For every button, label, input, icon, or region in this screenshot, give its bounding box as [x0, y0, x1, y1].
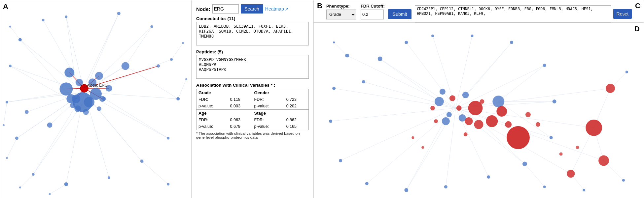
- assoc-footnote: * The association with clinical variable…: [196, 131, 309, 139]
- search-button[interactable]: Search: [241, 4, 263, 14]
- reset-button[interactable]: Reset: [613, 9, 632, 19]
- svg-point-143: [510, 41, 513, 44]
- svg-point-52: [108, 176, 110, 179]
- heatmap-link[interactable]: Heatmap ↗: [265, 6, 288, 12]
- connected-section: Connected to: (11): [196, 16, 309, 47]
- svg-point-63: [25, 110, 29, 114]
- grade-pval-value: 0.003: [228, 103, 252, 110]
- age-fdr-value: 0.963: [228, 117, 252, 123]
- svg-point-145: [431, 35, 434, 37]
- gender-fdr-label: FDR:: [252, 96, 284, 103]
- age-pval-label: p-value:: [197, 123, 228, 130]
- gender-fdr-value: 0.723: [284, 96, 309, 103]
- svg-point-132: [332, 87, 336, 90]
- svg-point-53: [140, 159, 144, 163]
- svg-point-86: [95, 72, 103, 80]
- svg-point-175: [434, 119, 438, 123]
- svg-point-134: [339, 159, 342, 162]
- phenotype-label: Phenotype:: [326, 4, 356, 9]
- svg-point-56: [170, 58, 173, 61]
- svg-point-164: [474, 120, 483, 129]
- svg-point-57: [150, 25, 153, 28]
- svg-point-54: [167, 137, 169, 140]
- svg-point-174: [430, 106, 435, 110]
- top-bar: B Phenotype: Grade Gender Age Stage FDR …: [314, 0, 644, 23]
- svg-point-69: [6, 157, 8, 159]
- svg-point-62: [47, 123, 53, 128]
- svg-point-60: [42, 19, 45, 21]
- age-pval-value: 0.679: [228, 123, 252, 130]
- panel-b-label: B: [317, 0, 322, 10]
- svg-point-170: [464, 132, 468, 136]
- svg-point-65: [167, 183, 169, 185]
- peptides-label: Peptides: (5): [196, 49, 309, 54]
- assoc-table: Grade Gender FDR: 0.118 FDR: 0.723 p-val…: [196, 89, 309, 130]
- peptides-section: Peptides: (5): [196, 49, 309, 80]
- svg-point-148: [362, 80, 365, 83]
- svg-point-155: [435, 97, 444, 106]
- assoc-section: Association with Clinical Variables * : …: [196, 83, 309, 139]
- network-graph-d[interactable]: [314, 23, 644, 198]
- phenotype-section: Phenotype: Grade Gender Age Stage: [326, 4, 356, 19]
- gender-header: Gender: [252, 89, 284, 97]
- svg-point-71: [182, 42, 184, 44]
- svg-text:Node: ERG: Node: ERG: [88, 83, 108, 88]
- svg-point-147: [378, 57, 382, 61]
- svg-point-70: [185, 78, 187, 80]
- svg-point-177: [606, 84, 615, 93]
- svg-point-171: [505, 121, 512, 128]
- phenotype-select[interactable]: Grade Gender Age Stage: [326, 10, 356, 19]
- gender-pval-label: p-value:: [252, 103, 284, 110]
- svg-point-58: [117, 12, 121, 15]
- svg-point-167: [449, 95, 455, 101]
- svg-point-180: [411, 136, 414, 139]
- svg-point-139: [522, 161, 527, 166]
- svg-point-183: [576, 146, 579, 149]
- network-graph-a[interactable]: Node: ERG: [0, 0, 191, 198]
- stage-fdr-label: FDR:: [252, 117, 284, 123]
- node-input[interactable]: [212, 4, 239, 14]
- fdr-input[interactable]: [361, 10, 384, 19]
- svg-point-152: [622, 179, 625, 182]
- svg-point-137: [444, 185, 447, 188]
- svg-point-166: [465, 117, 473, 125]
- svg-point-82: [97, 106, 101, 111]
- svg-point-47: [9, 65, 12, 67]
- stage-header: Stage: [252, 110, 284, 117]
- svg-point-151: [626, 71, 628, 73]
- gene-list-textarea[interactable]: [415, 5, 611, 22]
- svg-point-157: [462, 92, 469, 98]
- svg-point-153: [583, 189, 585, 191]
- svg-point-90: [80, 84, 88, 92]
- svg-point-133: [329, 120, 332, 123]
- svg-point-161: [507, 126, 530, 149]
- svg-point-150: [543, 185, 546, 188]
- age-header: Age: [197, 110, 228, 117]
- svg-point-138: [487, 175, 490, 179]
- svg-point-55: [176, 97, 180, 100]
- svg-point-182: [559, 153, 563, 156]
- svg-point-165: [496, 106, 507, 117]
- peptides-textarea[interactable]: [196, 55, 309, 79]
- svg-point-168: [456, 105, 462, 111]
- submit-button[interactable]: Submit: [388, 9, 412, 19]
- age-fdr-label: FDR:: [197, 117, 228, 123]
- svg-point-72: [157, 64, 160, 68]
- stage-pval-label: p-value:: [252, 123, 284, 130]
- svg-point-159: [459, 114, 466, 122]
- grade-pval-label: p-value:: [197, 103, 228, 110]
- svg-point-50: [32, 173, 35, 176]
- connected-label: Connected to: (11): [196, 16, 309, 21]
- right-section: B Phenotype: Grade Gender Age Stage FDR …: [314, 0, 644, 198]
- svg-point-173: [536, 122, 540, 127]
- grade-header: Grade: [197, 89, 228, 97]
- panel-a-label: A: [3, 2, 8, 11]
- panel-d-label: D: [634, 25, 640, 33]
- svg-point-68: [3, 124, 5, 126]
- grade-fdr-label: FDR:: [197, 96, 228, 103]
- node-label: Node:: [196, 6, 210, 12]
- svg-point-144: [471, 35, 474, 37]
- svg-point-135: [365, 182, 369, 185]
- svg-point-141: [553, 99, 556, 103]
- connected-textarea[interactable]: [196, 22, 309, 45]
